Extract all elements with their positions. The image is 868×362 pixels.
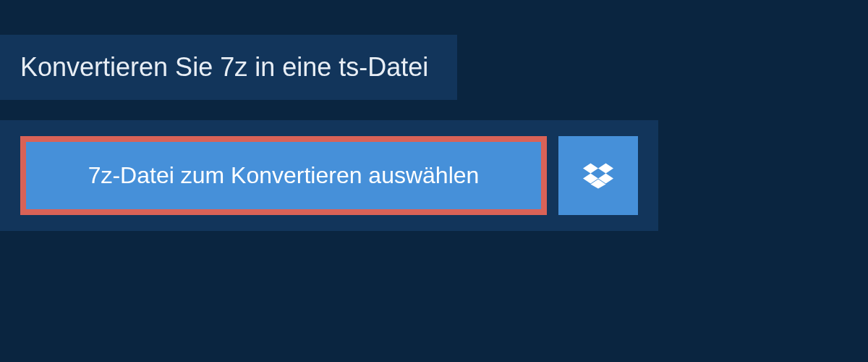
header-bar: Konvertieren Sie 7z in eine ts-Datei — [0, 35, 457, 100]
select-file-label: 7z-Datei zum Konvertieren auswählen — [88, 162, 480, 189]
page-title: Konvertieren Sie 7z in eine ts-Datei — [20, 52, 428, 83]
dropbox-button[interactable] — [558, 136, 638, 215]
select-file-button[interactable]: 7z-Datei zum Konvertieren auswählen — [20, 136, 547, 215]
dropbox-icon — [583, 161, 613, 191]
upload-panel: 7z-Datei zum Konvertieren auswählen — [0, 120, 658, 231]
